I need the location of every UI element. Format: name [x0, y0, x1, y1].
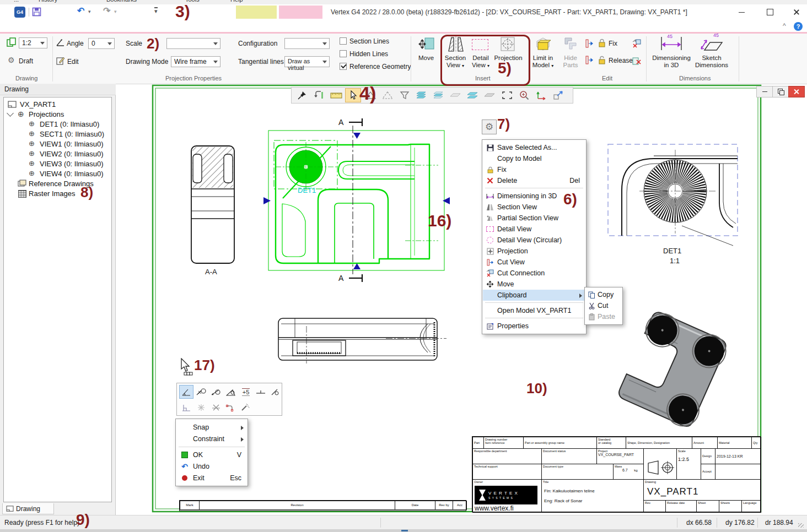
exit-shortcut: Esc	[230, 474, 241, 482]
submenu-label: Copy	[598, 291, 614, 298]
section-marker-top-label: A	[338, 118, 343, 127]
menu-label: Save Selected As...	[497, 144, 557, 151]
undo-icon: ↶	[176, 462, 193, 471]
menu-item-save-selected-as[interactable]: Save Selected As...	[483, 142, 585, 153]
snap-menu-item-exit[interactable]: ExitEsc	[176, 473, 247, 484]
snap-perpendicular-icon[interactable]	[179, 400, 193, 414]
tb-drawing-value: VX_PART1	[647, 486, 698, 497]
menu-label: Fix	[497, 166, 507, 173]
menu-item-copy-to-model[interactable]: Copy to Model	[483, 153, 585, 164]
snap-angle-icon[interactable]	[179, 385, 193, 399]
filter-icon[interactable]	[396, 88, 412, 102]
menu-item-detail-view-circular[interactable]: Detail View (Circular)	[483, 235, 585, 246]
ruler-icon[interactable]	[328, 88, 344, 102]
menu-item-properties[interactable]: Properties	[483, 321, 585, 332]
annotation-6: 6)	[563, 191, 577, 208]
select-area-icon[interactable]	[499, 88, 515, 102]
menu-label: Detail View (Circular)	[497, 236, 562, 244]
snap-angle-circle-icon[interactable]	[224, 385, 238, 399]
menu-item-fix[interactable]: Fix	[483, 164, 585, 175]
snap-context-menu: Snap Constraint OKV ↶Undo ExitEsc	[175, 419, 248, 486]
zoom-in-icon[interactable]	[516, 88, 532, 102]
rev-mark: Mark	[180, 501, 200, 510]
menu-item-move[interactable]: Move	[483, 279, 585, 290]
dimensioning-icon	[483, 193, 497, 199]
rev-revision: Revision	[199, 501, 395, 510]
triangle-dashed-tool-icon[interactable]	[379, 88, 395, 102]
menu-item-open-model[interactable]: Open Model VX_PART1	[483, 305, 585, 316]
snap-auto-icon[interactable]	[239, 400, 253, 414]
undo-label: Undo	[193, 463, 209, 470]
snap-toolbar: +5	[176, 383, 282, 416]
menu-label: Cut Connection	[497, 269, 545, 277]
constraint-label: Constraint	[193, 435, 224, 443]
pink-divider-line	[0, 32, 807, 34]
menu-item-detail-view[interactable]: Detail View	[483, 224, 585, 235]
layers-all-icon[interactable]	[413, 88, 429, 102]
menu-item-delete[interactable]: DeleteDel	[483, 175, 585, 186]
gear-icon: ⚙	[485, 121, 493, 133]
mdi-close-button[interactable]	[788, 86, 805, 97]
snap-center-icon[interactable]	[194, 400, 208, 414]
menu-item-partial-section-view[interactable]: Partial Section View	[483, 213, 585, 224]
menu-item-projection[interactable]: Projection	[483, 246, 585, 257]
detail-view-rect-icon	[483, 226, 497, 232]
layer-single-icon[interactable]	[482, 88, 498, 102]
snap-point-icon[interactable]	[194, 385, 208, 399]
tb-drawing-number: Drawing number Item reference	[483, 437, 524, 449]
select-cursor-icon[interactable]	[345, 88, 361, 102]
snap-polyline-icon[interactable]	[224, 400, 238, 414]
plus5-glyph: +5	[242, 388, 250, 396]
submenu-item-copy[interactable]: Copy	[585, 289, 622, 300]
tb-design-label: Design	[701, 448, 715, 464]
menu-item-cut-connection[interactable]: Cut Connection	[483, 268, 585, 279]
layers-stack-icon[interactable]	[431, 88, 446, 102]
det1-green-label: DET1	[298, 186, 316, 194]
mouse-cursor-icon	[180, 358, 194, 377]
projection-tab-highlight	[279, 6, 322, 19]
first-angle-projection-icon	[645, 457, 676, 479]
submenu-arrow-icon	[579, 294, 582, 298]
view-settings-gear-button[interactable]: ⚙	[482, 120, 497, 134]
tb-owner: Owner V E R T E XS Y S T E M S www.verte…	[472, 479, 542, 513]
snap-grid-step-icon[interactable]: +5	[239, 385, 253, 399]
mdi-minimize-button[interactable]	[756, 86, 773, 97]
mdi-restore-button[interactable]	[772, 86, 789, 97]
snap-menu-item-undo[interactable]: ↶Undo	[176, 461, 247, 472]
menu-label: Cut View	[497, 258, 525, 266]
axes-icon[interactable]	[533, 88, 549, 102]
annotation-2: 2)	[147, 35, 159, 52]
tb-symbol-cell	[643, 448, 677, 480]
menu-item-cut-view[interactable]: Cut View	[483, 257, 585, 268]
annotation-3: 3)	[175, 2, 190, 21]
tb-scale: Scale1:2.5	[676, 448, 701, 480]
rev-rev-by: Rev by	[435, 501, 453, 510]
update-view-icon[interactable]	[311, 88, 327, 102]
snap-menu-item-snap[interactable]: Snap	[176, 422, 247, 433]
logo-brand: V E R T E X	[488, 491, 518, 496]
snap-parallel-icon[interactable]	[268, 385, 282, 399]
menu-label: Section View	[497, 203, 537, 211]
det1-title-label: DET1	[663, 247, 681, 255]
snap-tangent-icon[interactable]	[209, 385, 223, 399]
snap-menu-item-constraint[interactable]: Constraint	[176, 433, 247, 444]
rev-acc: Acc	[453, 501, 467, 510]
layer-flat-gray-icon[interactable]	[448, 88, 464, 102]
submenu-item-cut[interactable]: Cut	[585, 300, 622, 311]
collapse-ribbon-icon[interactable]: ^	[783, 22, 786, 30]
tb-mass-label: Mass	[615, 465, 622, 468]
tb-amount: Amount	[692, 437, 718, 449]
pin-icon[interactable]	[294, 88, 310, 102]
menu-item-clipboard[interactable]: Clipboard	[483, 290, 585, 301]
snap-menu-item-ok[interactable]: OKV	[176, 449, 247, 460]
layers-two-cyan-icon[interactable]	[465, 88, 481, 102]
delete-x-icon	[483, 177, 497, 184]
snap-horizontal-icon[interactable]	[254, 385, 268, 399]
fit-view-icon[interactable]	[550, 88, 566, 102]
tb-title-fin: Fin: Kaikuluotaimen teline	[544, 488, 595, 493]
help-icon[interactable]: ?	[794, 22, 803, 31]
ok-label: OK	[193, 451, 203, 459]
snap-off-icon[interactable]	[209, 400, 223, 414]
tb-design-value: 2019-12-13 KR	[715, 448, 761, 464]
submenu-item-paste[interactable]: Paste	[585, 311, 622, 322]
